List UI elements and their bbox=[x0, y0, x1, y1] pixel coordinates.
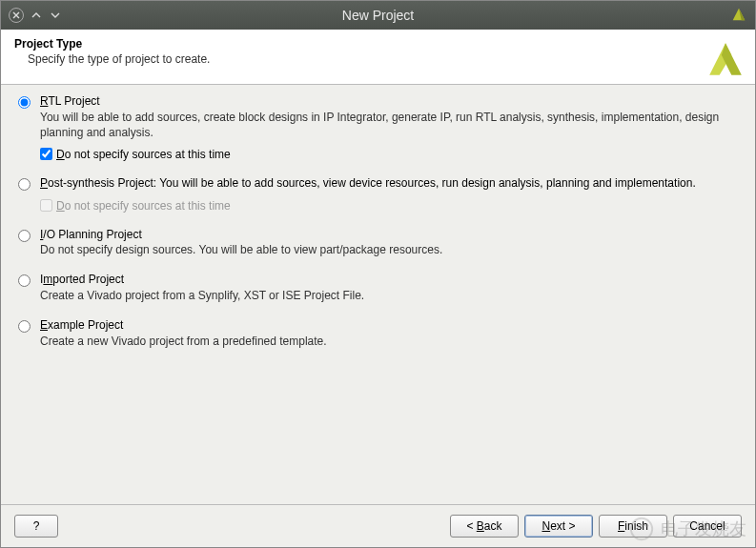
option-post-synth-title: Post-synthesis Project: You will be able… bbox=[40, 176, 738, 192]
option-example-desc: Create a new Vivado project from a prede… bbox=[40, 334, 738, 349]
chevron-up-icon[interactable] bbox=[30, 9, 43, 22]
option-rtl-title: RTL Project bbox=[40, 94, 738, 110]
close-icon[interactable] bbox=[9, 8, 24, 23]
option-post-synthesis[interactable]: Post-synthesis Project: You will be able… bbox=[18, 176, 738, 213]
option-rtl-desc: You will be able to add sources, create … bbox=[40, 110, 738, 140]
option-rtl-project[interactable]: RTL Project You will be able to add sour… bbox=[18, 94, 738, 161]
titlebar: New Project bbox=[1, 1, 755, 30]
help-button[interactable]: ? bbox=[14, 515, 58, 538]
option-io-desc: Do not specify design sources. You will … bbox=[40, 242, 738, 257]
radio-rtl-project[interactable] bbox=[18, 96, 31, 109]
option-example-title: Example Project bbox=[40, 318, 738, 334]
app-logo-icon bbox=[730, 6, 747, 26]
wizard-footer: ? < Back Next > Finish Cancel bbox=[1, 504, 755, 546]
page-title: Project Type bbox=[14, 37, 742, 51]
post-synth-no-sources-row: Do not specify sources at this time bbox=[40, 199, 738, 213]
option-io-title: I/O Planning Project bbox=[40, 228, 738, 243]
checkbox-rtl-no-sources[interactable] bbox=[40, 148, 52, 160]
option-imported[interactable]: Imported Project Create a Vivado project… bbox=[18, 273, 738, 303]
rtl-no-sources-row[interactable]: Do not specify sources at this time bbox=[40, 148, 738, 161]
chevron-down-icon[interactable] bbox=[49, 9, 62, 22]
post-synth-no-sources-label: Do not specify sources at this time bbox=[56, 199, 231, 213]
option-imported-title: Imported Project bbox=[40, 273, 738, 288]
checkbox-post-synth-no-sources bbox=[40, 199, 52, 212]
window-title: New Project bbox=[1, 8, 755, 23]
radio-example[interactable] bbox=[18, 320, 31, 333]
vivado-logo-icon bbox=[705, 39, 746, 82]
page-subtitle: Specify the type of project to create. bbox=[14, 52, 742, 66]
rtl-no-sources-label: Do not specify sources at this time bbox=[56, 148, 231, 161]
next-button[interactable]: Next > bbox=[524, 515, 593, 538]
cancel-button[interactable]: Cancel bbox=[673, 515, 742, 538]
option-imported-desc: Create a Vivado project from a Synplify,… bbox=[40, 288, 738, 303]
radio-io-planning[interactable] bbox=[18, 230, 31, 242]
back-button[interactable]: < Back bbox=[450, 515, 519, 538]
radio-post-synthesis[interactable] bbox=[18, 178, 31, 191]
option-io-planning[interactable]: I/O Planning Project Do not specify desi… bbox=[18, 228, 738, 258]
radio-imported[interactable] bbox=[18, 274, 31, 287]
option-example[interactable]: Example Project Create a new Vivado proj… bbox=[18, 318, 738, 349]
finish-button[interactable]: Finish bbox=[599, 515, 667, 538]
options-panel: RTL Project You will be able to add sour… bbox=[1, 85, 755, 504]
wizard-header: Project Type Specify the type of project… bbox=[1, 30, 755, 85]
